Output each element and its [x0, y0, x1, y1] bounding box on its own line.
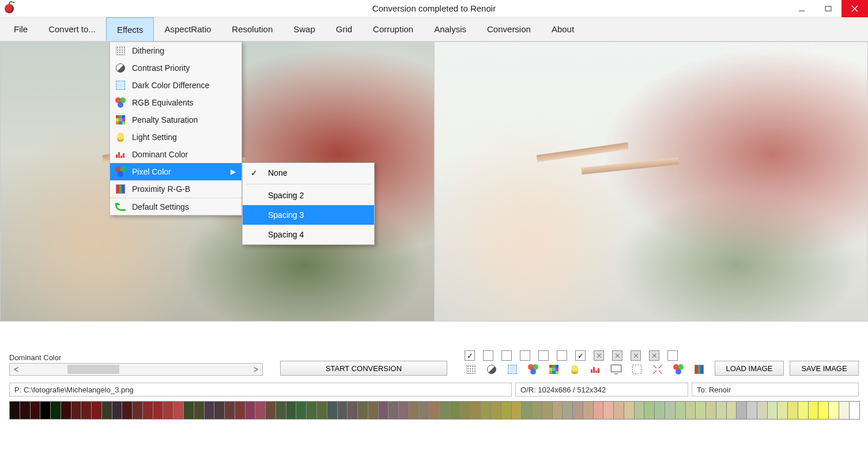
palette-swatch[interactable]	[163, 401, 173, 420]
bars-icon[interactable]	[589, 363, 602, 376]
rgbpx-icon[interactable]	[693, 363, 705, 376]
palette-swatch[interactable]	[122, 401, 133, 420]
palette-swatch[interactable]	[624, 401, 635, 420]
palette-swatch[interactable]	[521, 401, 532, 420]
palette-swatch[interactable]	[511, 401, 522, 420]
palette-swatch[interactable]	[419, 401, 430, 420]
palette-swatch[interactable]	[91, 401, 102, 420]
palette-swatch[interactable]	[368, 401, 379, 420]
scroll-thumb[interactable]	[67, 365, 119, 374]
palette-swatch[interactable]	[235, 401, 246, 420]
palette-swatch[interactable]	[153, 401, 164, 420]
effects-item-rgb-equivalents[interactable]: RGB Equivalents	[110, 94, 241, 111]
palette-swatch[interactable]	[470, 401, 481, 420]
palette-swatch[interactable]	[480, 401, 491, 420]
menu-corruption[interactable]: Corruption	[363, 17, 424, 41]
palette-swatch[interactable]	[767, 401, 778, 420]
expand-icon[interactable]	[651, 363, 664, 376]
palette-swatch[interactable]	[81, 401, 92, 420]
menu-about[interactable]: About	[541, 17, 584, 41]
monitor-icon[interactable]	[610, 363, 622, 376]
palette-swatch[interactable]	[101, 401, 112, 420]
palette-swatch[interactable]	[214, 401, 225, 420]
option-checkbox[interactable]	[501, 350, 512, 361]
palette-swatch[interactable]	[552, 401, 563, 420]
palette-swatch[interactable]	[378, 401, 389, 420]
palette-swatch[interactable]	[685, 401, 696, 420]
maximize-button[interactable]	[815, 0, 841, 17]
palette-swatch[interactable]	[357, 401, 368, 420]
effects-item-dominant-color[interactable]: Dominant Color	[110, 146, 241, 163]
palette-swatch[interactable]	[316, 401, 327, 420]
palette-swatch[interactable]	[654, 401, 665, 420]
option-checkbox[interactable]	[667, 350, 678, 361]
palette-swatch[interactable]	[306, 401, 317, 420]
palette-swatch[interactable]	[50, 401, 61, 420]
palette-swatch[interactable]	[296, 401, 307, 420]
crop-icon[interactable]	[631, 363, 643, 376]
effects-item-penalty-saturation[interactable]: Penalty Saturation	[110, 111, 241, 129]
palette-swatch[interactable]	[542, 401, 553, 420]
palette-swatch[interactable]	[327, 401, 338, 420]
palette-swatch[interactable]	[337, 401, 348, 420]
palette-swatch[interactable]	[245, 401, 256, 420]
palette-swatch[interactable]	[613, 401, 624, 420]
scroll-right-icon[interactable]: >	[250, 365, 262, 374]
palette-swatch[interactable]	[40, 401, 51, 420]
palette-swatch[interactable]	[634, 401, 645, 420]
start-conversion-button[interactable]: START CONVERSION	[280, 361, 447, 376]
palette-swatch[interactable]	[30, 401, 41, 420]
palette-swatch[interactable]	[798, 401, 809, 420]
option-checkbox[interactable]: ✓	[575, 350, 586, 361]
palette-swatch[interactable]	[265, 401, 276, 420]
palette-swatch[interactable]	[9, 401, 20, 420]
effects-item-pixel-color[interactable]: Pixel Color ▶	[110, 163, 241, 180]
palette-swatch[interactable]	[705, 401, 716, 420]
palette-swatch[interactable]	[132, 401, 143, 420]
load-image-button[interactable]: LOAD IMAGE	[715, 361, 784, 376]
palette-swatch[interactable]	[439, 401, 450, 420]
submenu-item-spacing-4[interactable]: Spacing 4	[243, 225, 374, 244]
palette-swatch[interactable]	[736, 401, 747, 420]
menu-analysis[interactable]: Analysis	[424, 17, 477, 41]
palette-swatch[interactable]	[828, 401, 839, 420]
palette-swatch[interactable]	[787, 401, 798, 420]
palette-swatch[interactable]	[675, 401, 686, 420]
palette-swatch[interactable]	[665, 401, 675, 420]
menu-file[interactable]: File	[3, 17, 38, 41]
option-checkbox[interactable]: ✓	[465, 350, 475, 361]
palette-swatch[interactable]	[142, 401, 153, 420]
palette-swatch[interactable]	[194, 401, 205, 420]
effects-item-contrast-priority[interactable]: Contrast Priority	[110, 59, 241, 77]
option-checkbox[interactable]	[483, 350, 493, 361]
menu-resolution[interactable]: Resolution	[221, 17, 283, 41]
palette-swatch[interactable]	[593, 401, 604, 420]
dither-icon[interactable]	[465, 363, 477, 376]
submenu-item-spacing-3[interactable]: Spacing 3	[243, 205, 374, 225]
option-checkbox[interactable]	[557, 350, 567, 361]
rgb-icon[interactable]	[527, 363, 539, 376]
effects-item-dithering[interactable]: Dithering	[110, 42, 241, 59]
menu-convert-to[interactable]: Convert to...	[38, 17, 106, 41]
effects-item-proximity-rgb[interactable]: Proximity R-G-B	[110, 180, 241, 198]
scroll-left-icon[interactable]: <	[10, 365, 22, 374]
menu-swap[interactable]: Swap	[283, 17, 326, 41]
palette-swatch[interactable]	[757, 401, 768, 420]
palette-swatch[interactable]	[695, 401, 706, 420]
palette-swatch[interactable]	[347, 401, 358, 420]
palette-swatch[interactable]	[818, 401, 829, 420]
palette-swatch[interactable]	[644, 401, 655, 420]
palette-swatch[interactable]	[460, 401, 471, 420]
contrast-icon[interactable]	[485, 363, 498, 376]
palette-swatch[interactable]	[849, 401, 860, 420]
palette-swatch[interactable]	[450, 401, 461, 420]
palette-swatch[interactable]	[398, 401, 409, 420]
menu-conversion[interactable]: Conversion	[477, 17, 541, 41]
palette-swatch[interactable]	[583, 401, 594, 420]
palette-swatch[interactable]	[562, 401, 573, 420]
option-checkbox[interactable]	[538, 350, 549, 361]
submenu-item-spacing-2[interactable]: Spacing 2	[243, 186, 374, 205]
close-button[interactable]	[841, 0, 868, 17]
palette-swatch[interactable]	[808, 401, 819, 420]
dominant-color-scroller[interactable]: < >	[9, 363, 263, 376]
